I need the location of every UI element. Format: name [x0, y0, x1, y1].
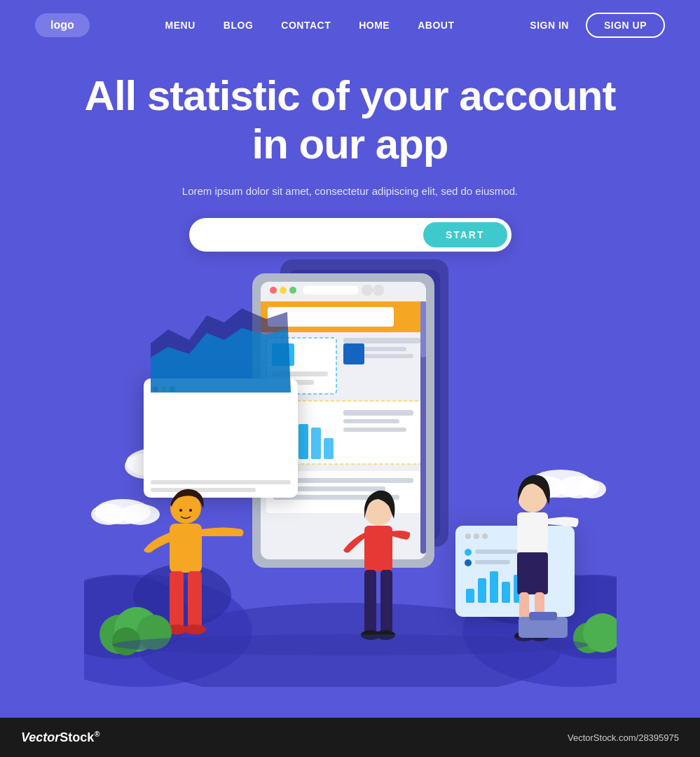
- svg-point-67: [482, 533, 488, 539]
- footer-url: VectorStock.com/28395975: [568, 732, 679, 743]
- svg-rect-55: [420, 301, 426, 357]
- svg-point-75: [465, 559, 472, 566]
- footer-brand: VectorStock®: [21, 730, 100, 745]
- svg-rect-40: [343, 343, 364, 364]
- svg-point-65: [465, 533, 471, 539]
- svg-point-83: [179, 509, 182, 512]
- footer-brand-name2: Stock: [60, 730, 94, 744]
- svg-rect-76: [475, 560, 510, 564]
- footer: VectorStock® VectorStock.com/28395975: [0, 718, 700, 757]
- logo-button[interactable]: logo: [35, 13, 90, 37]
- svg-rect-87: [364, 570, 376, 633]
- svg-point-24: [280, 287, 287, 294]
- svg-rect-26: [303, 286, 359, 294]
- svg-rect-68: [466, 589, 474, 603]
- nav-blog[interactable]: BLOG: [224, 20, 253, 31]
- svg-point-106: [112, 634, 589, 655]
- svg-point-84: [189, 509, 192, 512]
- svg-rect-80: [188, 571, 202, 627]
- nav-links: MENU BLOG CONTACT HOME ABOUT: [165, 19, 455, 32]
- svg-point-66: [474, 533, 479, 539]
- svg-rect-92: [517, 512, 548, 554]
- nav-about[interactable]: ABOUT: [418, 20, 454, 31]
- svg-rect-47: [343, 410, 413, 416]
- svg-rect-79: [170, 571, 184, 627]
- footer-brand-name: Vector: [21, 730, 60, 744]
- svg-point-27: [362, 285, 373, 296]
- nav-menu[interactable]: MENU: [165, 20, 195, 31]
- svg-point-73: [465, 549, 472, 556]
- svg-rect-74: [475, 550, 524, 554]
- svg-point-82: [184, 625, 206, 634]
- svg-rect-64: [455, 526, 575, 617]
- svg-rect-69: [478, 578, 486, 603]
- nav-contact[interactable]: CONTACT: [281, 20, 331, 31]
- hero-section: All statistic of your account in our app…: [0, 71, 700, 252]
- sign-up-button[interactable]: SIGN UP: [586, 13, 665, 38]
- page-wrapper: logo MENU BLOG CONTACT HOME ABOUT SIGN I…: [0, 0, 700, 757]
- svg-rect-78: [170, 524, 202, 573]
- svg-rect-71: [502, 582, 510, 603]
- svg-rect-44: [298, 424, 308, 459]
- svg-rect-46: [324, 438, 334, 459]
- svg-rect-88: [380, 570, 392, 633]
- footer-trademark: ®: [94, 730, 99, 738]
- svg-rect-70: [490, 571, 498, 603]
- svg-point-23: [270, 287, 277, 294]
- svg-rect-45: [311, 428, 321, 459]
- svg-point-13: [121, 504, 160, 525]
- nav-home[interactable]: HOME: [359, 20, 390, 31]
- navbar: logo MENU BLOG CONTACT HOME ABOUT SIGN I…: [0, 0, 700, 50]
- svg-point-25: [289, 287, 296, 294]
- svg-rect-48: [343, 419, 399, 423]
- svg-rect-99: [529, 612, 557, 620]
- main-illustration: [84, 238, 617, 687]
- svg-point-28: [373, 285, 384, 296]
- svg-rect-63: [151, 488, 256, 492]
- sign-in-button[interactable]: SIGN IN: [530, 20, 569, 31]
- svg-rect-62: [151, 480, 291, 484]
- hero-title: All statistic of your account in our app: [70, 71, 630, 168]
- svg-rect-49: [343, 428, 406, 432]
- svg-rect-86: [364, 526, 392, 571]
- svg-rect-56: [144, 378, 298, 498]
- hero-subtitle: Lorem ipsum dolor sit amet, consectetur …: [70, 185, 630, 197]
- nav-auth: SIGN IN SIGN UP: [530, 13, 665, 38]
- svg-rect-37: [343, 338, 420, 343]
- svg-rect-93: [517, 552, 548, 594]
- svg-point-17: [578, 480, 606, 498]
